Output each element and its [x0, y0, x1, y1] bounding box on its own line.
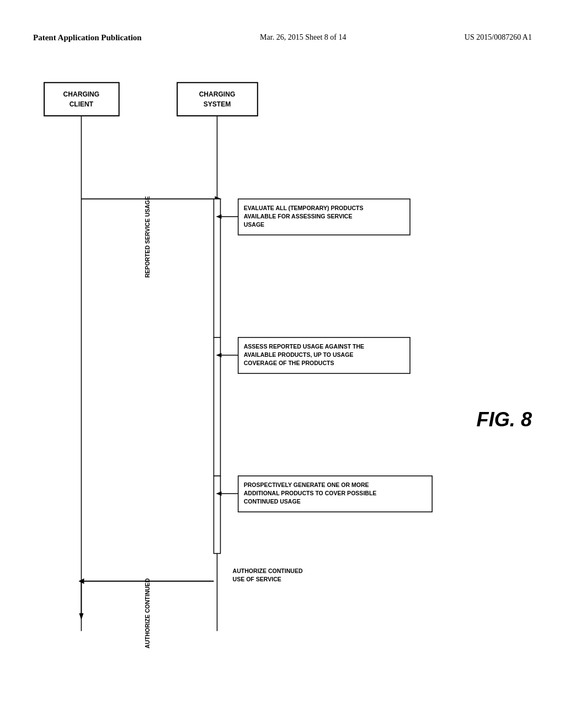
svg-marker-75: [79, 613, 83, 620]
svg-rect-50: [214, 199, 220, 338]
svg-text:AVAILABLE PRODUCTS, UP TO USAG: AVAILABLE PRODUCTS, UP TO USAGE: [244, 351, 354, 358]
svg-rect-39: [44, 83, 119, 116]
final-diagram: CHARGING CLIENT CHARGING SYSTEM REPORTED…: [33, 59, 532, 666]
svg-text:COVERAGE OF THE PRODUCTS: COVERAGE OF THE PRODUCTS: [244, 360, 334, 366]
svg-rect-42: [177, 83, 258, 116]
page: Patent Application Publication Mar. 26, …: [0, 0, 565, 728]
svg-text:SYSTEM: SYSTEM: [204, 100, 231, 108]
svg-text:AUTHORIZE CONTINUED: AUTHORIZE CONTINUED: [233, 568, 303, 574]
svg-rect-57: [214, 338, 220, 476]
svg-rect-64: [214, 476, 220, 554]
svg-text:CHARGING: CHARGING: [199, 90, 236, 98]
svg-text:ADDITIONAL PRODUCTS TO COVER P: ADDITIONAL PRODUCTS TO COVER POSSIBLE: [244, 490, 377, 496]
header-patent-number: US 2015/0087260 A1: [465, 33, 532, 42]
svg-text:AVAILABLE FOR ASSESSING SERVIC: AVAILABLE FOR ASSESSING SERVICE: [244, 213, 353, 220]
header-date-sheet: Mar. 26, 2015 Sheet 8 of 14: [260, 33, 346, 42]
page-header: Patent Application Publication Mar. 26, …: [33, 33, 532, 42]
header-publication-label: Patent Application Publication: [33, 33, 142, 42]
svg-text:PROSPECTIVELY GENERATE ONE OR : PROSPECTIVELY GENERATE ONE OR MORE: [244, 481, 369, 488]
diagram-area: CHARGING CLIENT CHARGING SYSTEM REPORTED…: [33, 59, 532, 666]
svg-text:USE OF SERVICE: USE OF SERVICE: [233, 576, 281, 582]
svg-text:ASSESS REPORTED USAGE AGAINST : ASSESS REPORTED USAGE AGAINST THE: [244, 343, 364, 350]
svg-text:CONTINUED USAGE: CONTINUED USAGE: [244, 498, 301, 505]
svg-text:CHARGING: CHARGING: [63, 90, 100, 98]
svg-text:USAGE: USAGE: [244, 221, 264, 228]
svg-text:FIG. 8: FIG. 8: [477, 408, 532, 431]
svg-text:EVALUATE ALL (TEMPORARY) PRODU: EVALUATE ALL (TEMPORARY) PRODUCTS: [244, 205, 364, 211]
svg-text:REPORTED SERVICE USAGE: REPORTED SERVICE USAGE: [144, 196, 151, 278]
svg-text:CLIENT: CLIENT: [70, 100, 94, 108]
svg-text:AUTHORIZE CONTINUED: AUTHORIZE CONTINUED: [144, 578, 151, 648]
